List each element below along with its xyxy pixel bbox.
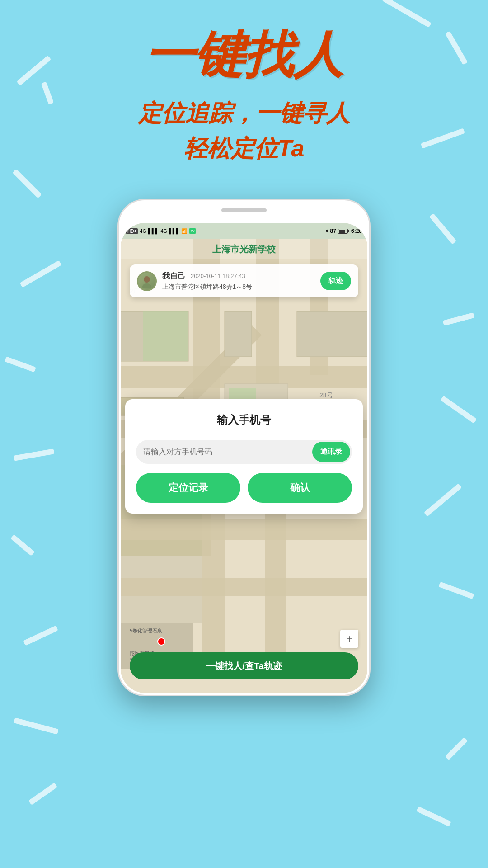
phone-number-input[interactable]: [143, 448, 308, 457]
bg-dash-18: [429, 213, 457, 245]
track-button[interactable]: 轨迹: [320, 272, 351, 290]
title-section: 一键找人 定位追踪，一键寻人 轻松定位Ta: [0, 27, 488, 166]
phone-mockup: HD+ 4G ▌▌▌ 4G ▌▌▌ 📶 W ⌖ 87 6:28: [117, 199, 371, 696]
signal-4g-1: 4G: [140, 228, 146, 234]
bg-dash-5: [20, 260, 62, 288]
dialog-buttons: 定位记录 确认: [136, 473, 352, 503]
main-title: 一键找人: [0, 27, 488, 82]
clock-time: 6:28: [351, 228, 362, 234]
confirm-button[interactable]: 确认: [248, 473, 352, 503]
bg-dash-6: [5, 356, 36, 372]
battery-level: 87: [330, 228, 336, 234]
location-address: 上海市普陀区镇坪路48弄1～8号: [162, 283, 315, 291]
location-icon: ⌖: [325, 228, 328, 234]
wechat-icon: W: [189, 228, 196, 234]
location-history-button[interactable]: 定位记录: [136, 473, 240, 503]
bg-dash-11: [28, 783, 57, 805]
signal-4g-2: 4G: [160, 228, 167, 234]
bg-dash-9: [23, 626, 58, 646]
user-avatar: [137, 271, 157, 291]
contacts-button[interactable]: 通讯录: [312, 442, 350, 462]
wifi-icon: 📶: [181, 228, 188, 234]
battery-icon: [338, 229, 349, 234]
phone-speaker: [221, 208, 267, 212]
app-header: 上海市光新学校: [121, 239, 367, 259]
hd-badge: HD+: [126, 228, 138, 234]
status-right: ⌖ 87 6:28: [325, 228, 362, 234]
signal-bars: ▌▌▌: [148, 228, 159, 234]
bg-dash-17: [443, 312, 475, 326]
bg-dash-1: [382, 0, 432, 28]
svg-point-28: [144, 276, 150, 283]
app-header-title: 上海市光新学校: [212, 243, 276, 255]
location-info: 我自己 2020-10-11 18:27:43 上海市普陀区镇坪路48弄1～8号: [162, 271, 315, 291]
phone-input-row: 通讯录: [136, 440, 352, 464]
svg-rect-21: [121, 578, 367, 596]
location-card: 我自己 2020-10-11 18:27:43 上海市普陀区镇坪路48弄1～8号…: [130, 264, 358, 297]
svg-rect-12: [143, 311, 188, 361]
avatar-face-icon: [141, 275, 153, 288]
bg-dash-8: [10, 534, 35, 556]
phone-screen: HD+ 4G ▌▌▌ 4G ▌▌▌ 📶 W ⌖ 87 6:28: [121, 223, 367, 693]
location-user-row: 我自己 2020-10-11 18:27:43: [162, 271, 315, 281]
subtitle-line1: 定位追踪，一键寻人: [0, 95, 488, 131]
zoom-in-button[interactable]: +: [340, 630, 358, 648]
bg-dash-19: [424, 483, 462, 516]
bg-dash-20: [438, 582, 474, 599]
bg-dash-14: [416, 807, 451, 827]
user-name: 我自己: [162, 271, 185, 281]
bg-dash-7: [14, 448, 55, 461]
bg-dash-4: [12, 169, 42, 198]
input-dialog: 输入手机号 通讯录 定位记录 确认: [125, 399, 363, 514]
location-time: 2020-10-11 18:27:43: [191, 273, 245, 279]
bg-dash-10: [14, 717, 59, 734]
dialog-title: 输入手机号: [136, 413, 352, 427]
svg-text:28号: 28号: [319, 392, 333, 399]
subtitle-line2: 轻松定位Ta: [0, 131, 488, 166]
svg-rect-20: [121, 519, 367, 540]
subtitle: 定位追踪，一键寻人 轻松定位Ta: [0, 95, 488, 166]
bg-dash-16: [441, 396, 477, 423]
svg-text:5卷化管理石泉: 5卷化管理石泉: [130, 628, 162, 633]
signal-bars-2: ▌▌▌: [169, 228, 179, 234]
svg-rect-11: [297, 311, 367, 357]
status-bar: HD+ 4G ▌▌▌ 4G ▌▌▌ 📶 W ⌖ 87 6:28: [121, 223, 367, 239]
bg-dash-15: [445, 737, 468, 760]
svg-point-24: [158, 638, 165, 645]
bottom-button[interactable]: 一键找人/查Ta轨迹: [130, 652, 358, 679]
avatar-inner: [138, 273, 155, 290]
status-left: HD+ 4G ▌▌▌ 4G ▌▌▌ 📶 W: [126, 228, 196, 234]
svg-point-29: [142, 283, 151, 288]
svg-rect-8: [225, 311, 252, 357]
